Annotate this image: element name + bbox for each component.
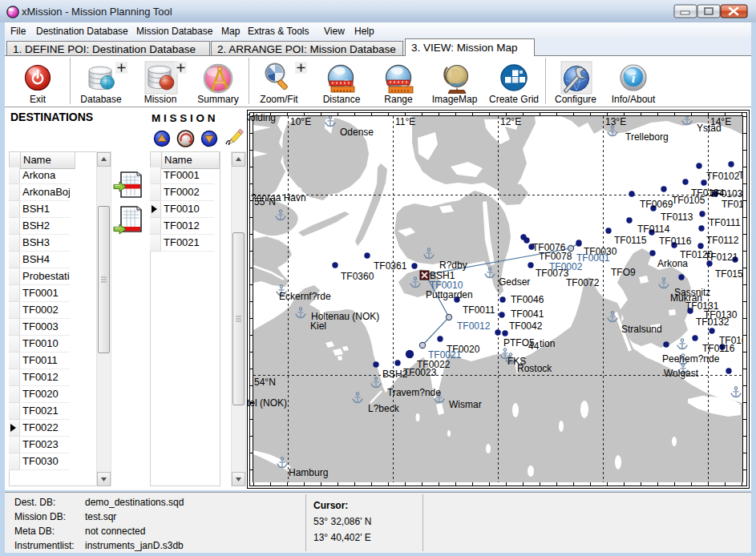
svg-text:tion: tion bbox=[540, 338, 555, 349]
svg-text:Wismar: Wismar bbox=[449, 399, 482, 410]
svg-text:TF0078: TF0078 bbox=[539, 251, 572, 262]
svg-text:Kiel: Kiel bbox=[310, 320, 326, 332]
svg-text:Trelleborg: Trelleborg bbox=[625, 131, 669, 143]
svg-text:TF0103: TF0103 bbox=[710, 188, 743, 199]
svg-text:FKS: FKS bbox=[507, 356, 526, 367]
svg-text:Puttgarden: Puttgarden bbox=[426, 289, 473, 300]
svg-text:R?dby: R?dby bbox=[439, 260, 467, 271]
svg-text:13°E: 13°E bbox=[605, 116, 626, 127]
svg-text:TF0114: TF0114 bbox=[637, 224, 670, 235]
svg-text:TF0113: TF0113 bbox=[661, 212, 693, 223]
svg-text:?enraa Havn: ?enraa Havn bbox=[251, 192, 306, 203]
svg-text:TF0021: TF0021 bbox=[428, 349, 462, 361]
svg-text:TFO9: TFO9 bbox=[611, 267, 636, 278]
svg-text:BSH2: BSH2 bbox=[382, 369, 408, 380]
svg-text:TF0069: TF0069 bbox=[640, 199, 673, 210]
svg-text:12°E: 12°E bbox=[500, 116, 521, 127]
svg-text:Wolgast: Wolgast bbox=[664, 368, 699, 379]
svg-text:TF0011: TF0011 bbox=[463, 304, 495, 316]
svg-text:TF0111: TF0111 bbox=[709, 217, 741, 228]
svg-text:TF0115: TF0115 bbox=[614, 235, 647, 246]
svg-text:Kolding: Kolding bbox=[247, 112, 276, 123]
svg-text:TF0132: TF0132 bbox=[696, 316, 730, 328]
svg-text:Stralsund: Stralsund bbox=[621, 324, 662, 335]
svg-text:TF0010: TF0010 bbox=[430, 280, 463, 291]
svg-text:TF0105: TF0105 bbox=[672, 195, 705, 206]
svg-text:tel (NOK): tel (NOK) bbox=[247, 397, 287, 409]
svg-text:11°E: 11°E bbox=[395, 116, 415, 127]
svg-text:Travem?nde: Travem?nde bbox=[387, 387, 441, 398]
svg-text:TF0072: TF0072 bbox=[566, 277, 600, 288]
svg-text:TF0131: TF0131 bbox=[685, 300, 719, 312]
svg-text:TF0116: TF0116 bbox=[702, 343, 735, 354]
svg-text:TF0023: TF0023 bbox=[403, 367, 437, 378]
svg-text:54°N: 54°N bbox=[254, 377, 276, 388]
svg-text:Gedser: Gedser bbox=[499, 276, 530, 288]
svg-text:TF0002: TF0002 bbox=[549, 261, 583, 272]
svg-text:Peehem?nde: Peehem?nde bbox=[662, 353, 720, 365]
svg-text:TF0046: TF0046 bbox=[511, 294, 544, 305]
svg-text:Odense: Odense bbox=[340, 127, 374, 138]
svg-text:TF0042: TF0042 bbox=[509, 320, 543, 332]
svg-text:TF0116: TF0116 bbox=[659, 236, 692, 247]
svg-text:Eckernf?rde: Eckernf?rde bbox=[279, 291, 331, 302]
svg-text:44: 44 bbox=[528, 340, 540, 352]
svg-text:Hamburg: Hamburg bbox=[289, 467, 328, 478]
svg-text:TF0012: TF0012 bbox=[457, 320, 491, 332]
svg-text:TF0360: TF0360 bbox=[341, 271, 374, 282]
svg-text:10°E: 10°E bbox=[290, 116, 311, 127]
svg-text:TF0112: TF0112 bbox=[706, 235, 739, 246]
svg-text:TF0041: TF0041 bbox=[511, 308, 544, 320]
svg-text:L?beck: L?beck bbox=[368, 403, 400, 414]
svg-text:Ystad: Ystad bbox=[697, 123, 722, 134]
svg-text:TF0361: TF0361 bbox=[374, 260, 407, 272]
svg-text:i: i bbox=[632, 71, 636, 86]
svg-text:TF0102: TF0102 bbox=[706, 171, 740, 182]
svg-text:TF0121: TF0121 bbox=[705, 252, 738, 263]
